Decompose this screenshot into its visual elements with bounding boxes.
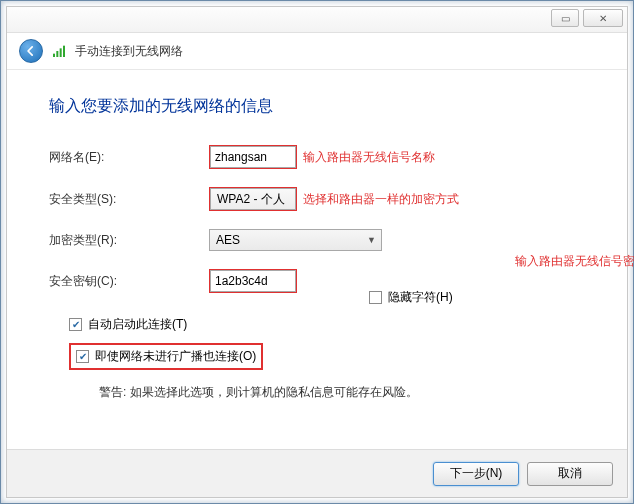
- highlight-network-name: [209, 145, 297, 169]
- minimize-button[interactable]: ▭: [551, 9, 579, 27]
- security-type-select[interactable]: WPA2 - 个人: [210, 188, 296, 210]
- wifi-icon: [51, 43, 67, 59]
- label-auto-start: 自动启动此连接(T): [88, 316, 187, 333]
- back-button[interactable]: [19, 39, 43, 63]
- page-title: 输入您要添加的无线网络的信息: [49, 96, 585, 117]
- row-security-type: 安全类型(S): WPA2 - 个人 选择和路由器一样的加密方式: [49, 187, 585, 211]
- row-network-name: 网络名(E): 输入路由器无线信号名称: [49, 145, 585, 169]
- highlight-security-key: [209, 269, 297, 293]
- annotation-network-name: 输入路由器无线信号名称: [303, 149, 435, 166]
- arrow-left-icon: [24, 44, 38, 58]
- header-title: 手动连接到无线网络: [75, 43, 183, 60]
- label-connect-hidden: 即使网络未进行广播也连接(O): [95, 348, 256, 365]
- options-block: ✔ 自动启动此连接(T) ✔ 即使网络未进行广播也连接(O) 警告: 如果选择此…: [69, 316, 585, 401]
- footer: 下一步(N) 取消: [7, 449, 627, 497]
- svg-rect-0: [53, 54, 55, 57]
- svg-rect-3: [63, 46, 65, 57]
- encryption-type-value: AES: [216, 233, 240, 247]
- highlight-security-type: WPA2 - 个人: [209, 187, 297, 211]
- security-type-value: WPA2 - 个人: [217, 191, 285, 208]
- encryption-type-select[interactable]: AES ▼: [209, 229, 382, 251]
- chevron-down-icon: ▼: [367, 235, 376, 245]
- titlebar: ▭ ✕: [7, 7, 627, 33]
- svg-rect-2: [60, 48, 62, 57]
- label-encryption-type: 加密类型(R):: [49, 232, 209, 249]
- dialog-window: ▭ ✕ 手动连接到无线网络 输入您要添加的无线网络的信息 网络名(E): 输入路…: [6, 6, 628, 498]
- content-area: 输入您要添加的无线网络的信息 网络名(E): 输入路由器无线信号名称 安全类型(…: [7, 70, 627, 449]
- label-security-type: 安全类型(S):: [49, 191, 209, 208]
- security-key-input[interactable]: [210, 270, 296, 292]
- label-security-key: 安全密钥(C):: [49, 273, 209, 290]
- svg-rect-1: [56, 51, 58, 57]
- next-button[interactable]: 下一步(N): [433, 462, 519, 486]
- header: 手动连接到无线网络: [7, 33, 627, 70]
- cancel-button[interactable]: 取消: [527, 462, 613, 486]
- row-encryption-type: 加密类型(R): AES ▼: [49, 229, 585, 251]
- row-auto-start: ✔ 自动启动此连接(T): [69, 316, 187, 333]
- annotation-security-key: 输入路由器无线信号密码: [515, 253, 634, 270]
- auto-start-checkbox[interactable]: ✔: [69, 318, 82, 331]
- warning-text: 警告: 如果选择此选项，则计算机的隐私信息可能存在风险。: [99, 384, 585, 401]
- annotation-security-type: 选择和路由器一样的加密方式: [303, 191, 459, 208]
- network-name-input[interactable]: [210, 146, 296, 168]
- connect-hidden-checkbox[interactable]: ✔: [76, 350, 89, 363]
- row-connect-hidden: ✔ 即使网络未进行广播也连接(O): [69, 343, 263, 370]
- label-network-name: 网络名(E):: [49, 149, 209, 166]
- row-security-key: 安全密钥(C): 输入路由器无线信号密码: [49, 269, 585, 293]
- close-button[interactable]: ✕: [583, 9, 623, 27]
